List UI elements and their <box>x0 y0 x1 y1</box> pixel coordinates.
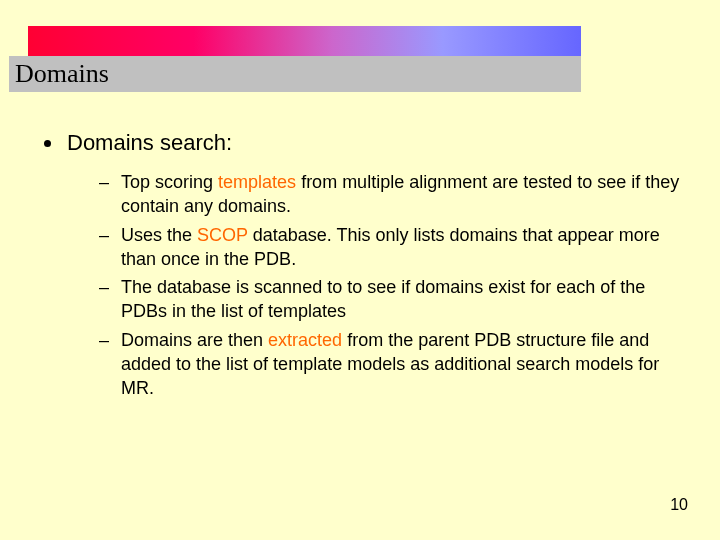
sub-item-text: Top scoring templates from multiple alig… <box>121 170 684 219</box>
list-item: – The database is scanned to to see if d… <box>99 275 684 324</box>
sub-item-text: The database is scanned to to see if dom… <box>121 275 684 324</box>
page-number: 10 <box>670 496 688 514</box>
main-bullet-text: Domains search: <box>67 130 232 156</box>
content-area: Domains search: – Top scoring templates … <box>44 130 684 405</box>
dash-icon: – <box>99 328 109 352</box>
dash-icon: – <box>99 223 109 247</box>
sub-bullet-list: – Top scoring templates from multiple al… <box>99 170 684 401</box>
dash-icon: – <box>99 170 109 194</box>
bullet-icon <box>44 140 51 147</box>
main-bullet-row: Domains search: <box>44 130 684 156</box>
dash-icon: – <box>99 275 109 299</box>
sub-item-text: Domains are then extracted from the pare… <box>121 328 684 401</box>
list-item: – Domains are then extracted from the pa… <box>99 328 684 401</box>
list-item: – Top scoring templates from multiple al… <box>99 170 684 219</box>
header-gradient-bar <box>28 26 581 56</box>
title-bar: Domains <box>9 56 581 92</box>
sub-item-text: Uses the SCOP database. This only lists … <box>121 223 684 272</box>
slide-title: Domains <box>15 59 109 89</box>
list-item: – Uses the SCOP database. This only list… <box>99 223 684 272</box>
